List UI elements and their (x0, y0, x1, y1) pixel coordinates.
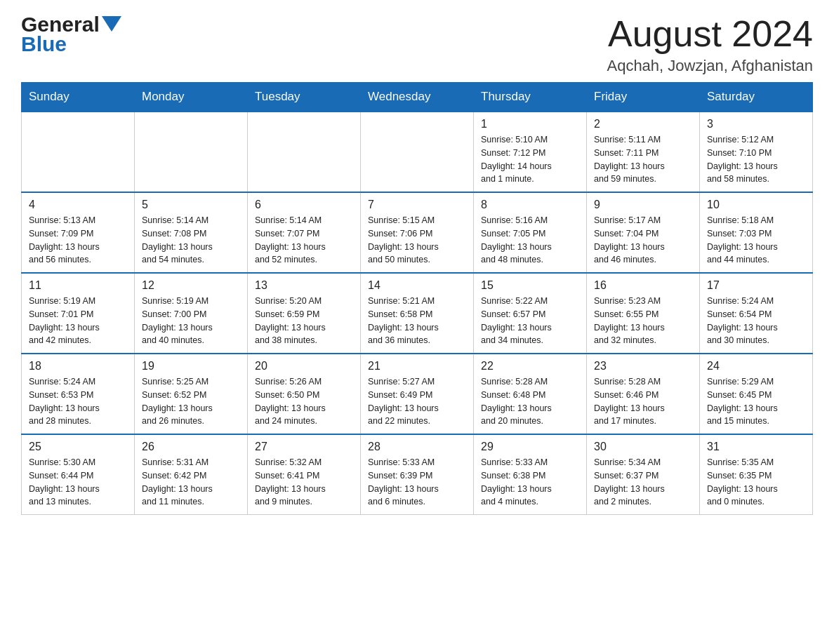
day-info: Sunrise: 5:23 AMSunset: 6:55 PMDaylight:… (594, 295, 692, 347)
header-monday: Monday (135, 83, 248, 112)
calendar-cell: 12Sunrise: 5:19 AMSunset: 7:00 PMDayligh… (135, 273, 248, 354)
calendar-cell: 26Sunrise: 5:31 AMSunset: 6:42 PMDayligh… (135, 434, 248, 515)
calendar-week-1: 1Sunrise: 5:10 AMSunset: 7:12 PMDaylight… (22, 112, 813, 192)
day-number: 29 (481, 441, 579, 453)
calendar-cell (248, 112, 361, 192)
day-number: 25 (29, 441, 127, 453)
day-info: Sunrise: 5:35 AMSunset: 6:35 PMDaylight:… (707, 456, 805, 509)
day-number: 12 (142, 279, 240, 292)
header-wednesday: Wednesday (361, 83, 474, 112)
calendar-cell: 5Sunrise: 5:14 AMSunset: 7:08 PMDaylight… (135, 192, 248, 273)
calendar-cell: 1Sunrise: 5:10 AMSunset: 7:12 PMDaylight… (474, 112, 587, 192)
day-number: 7 (368, 199, 466, 211)
calendar-cell (22, 112, 135, 192)
day-info: Sunrise: 5:25 AMSunset: 6:52 PMDaylight:… (142, 375, 240, 428)
logo: General Blue (21, 14, 121, 55)
calendar-title: August 2024 (607, 14, 813, 54)
day-number: 4 (29, 199, 127, 211)
header-thursday: Thursday (474, 83, 587, 112)
calendar-subtitle: Aqchah, Jowzjan, Afghanistan (607, 57, 813, 75)
day-info: Sunrise: 5:10 AMSunset: 7:12 PMDaylight:… (481, 133, 579, 186)
day-info: Sunrise: 5:12 AMSunset: 7:10 PMDaylight:… (707, 133, 805, 186)
day-info: Sunrise: 5:14 AMSunset: 7:07 PMDaylight:… (255, 214, 353, 267)
day-info: Sunrise: 5:28 AMSunset: 6:46 PMDaylight:… (594, 375, 692, 428)
calendar-cell (361, 112, 474, 192)
day-info: Sunrise: 5:28 AMSunset: 6:48 PMDaylight:… (481, 375, 579, 428)
day-number: 27 (255, 441, 353, 453)
day-number: 22 (481, 360, 579, 373)
calendar-cell: 6Sunrise: 5:14 AMSunset: 7:07 PMDaylight… (248, 192, 361, 273)
day-info: Sunrise: 5:11 AMSunset: 7:11 PMDaylight:… (594, 133, 692, 186)
day-info: Sunrise: 5:20 AMSunset: 6:59 PMDaylight:… (255, 295, 353, 347)
calendar-cell: 10Sunrise: 5:18 AMSunset: 7:03 PMDayligh… (700, 192, 813, 273)
day-number: 30 (594, 441, 692, 453)
day-info: Sunrise: 5:24 AMSunset: 6:53 PMDaylight:… (29, 375, 127, 428)
page-header: General Blue August 2024 Aqchah, Jowzjan… (21, 14, 813, 75)
day-info: Sunrise: 5:19 AMSunset: 7:00 PMDaylight:… (142, 295, 240, 347)
header-tuesday: Tuesday (248, 83, 361, 112)
day-number: 24 (707, 360, 805, 373)
day-number: 6 (255, 199, 353, 211)
calendar-cell: 15Sunrise: 5:22 AMSunset: 6:57 PMDayligh… (474, 273, 587, 354)
day-info: Sunrise: 5:13 AMSunset: 7:09 PMDaylight:… (29, 214, 127, 267)
calendar-week-5: 25Sunrise: 5:30 AMSunset: 6:44 PMDayligh… (22, 434, 813, 515)
day-info: Sunrise: 5:15 AMSunset: 7:06 PMDaylight:… (368, 214, 466, 267)
calendar-header-row: Sunday Monday Tuesday Wednesday Thursday… (22, 83, 813, 112)
calendar-cell: 22Sunrise: 5:28 AMSunset: 6:48 PMDayligh… (474, 354, 587, 434)
calendar-cell: 11Sunrise: 5:19 AMSunset: 7:01 PMDayligh… (22, 273, 135, 354)
calendar-cell: 18Sunrise: 5:24 AMSunset: 6:53 PMDayligh… (22, 354, 135, 434)
day-number: 26 (142, 441, 240, 453)
calendar-cell: 29Sunrise: 5:33 AMSunset: 6:38 PMDayligh… (474, 434, 587, 515)
day-info: Sunrise: 5:17 AMSunset: 7:04 PMDaylight:… (594, 214, 692, 267)
day-number: 16 (594, 279, 692, 292)
calendar-cell: 25Sunrise: 5:30 AMSunset: 6:44 PMDayligh… (22, 434, 135, 515)
day-info: Sunrise: 5:32 AMSunset: 6:41 PMDaylight:… (255, 456, 353, 509)
header-saturday: Saturday (700, 83, 813, 112)
day-number: 3 (707, 118, 805, 130)
calendar-cell: 20Sunrise: 5:26 AMSunset: 6:50 PMDayligh… (248, 354, 361, 434)
calendar-title-block: August 2024 Aqchah, Jowzjan, Afghanistan (607, 14, 813, 75)
day-info: Sunrise: 5:24 AMSunset: 6:54 PMDaylight:… (707, 295, 805, 347)
day-info: Sunrise: 5:33 AMSunset: 6:38 PMDaylight:… (481, 456, 579, 509)
svg-marker-0 (102, 16, 121, 32)
calendar-cell: 16Sunrise: 5:23 AMSunset: 6:55 PMDayligh… (587, 273, 700, 354)
day-number: 11 (29, 279, 127, 292)
day-info: Sunrise: 5:22 AMSunset: 6:57 PMDaylight:… (481, 295, 579, 347)
calendar-cell: 30Sunrise: 5:34 AMSunset: 6:37 PMDayligh… (587, 434, 700, 515)
day-number: 20 (255, 360, 353, 373)
day-number: 14 (368, 279, 466, 292)
day-info: Sunrise: 5:21 AMSunset: 6:58 PMDaylight:… (368, 295, 466, 347)
day-info: Sunrise: 5:29 AMSunset: 6:45 PMDaylight:… (707, 375, 805, 428)
calendar-cell: 3Sunrise: 5:12 AMSunset: 7:10 PMDaylight… (700, 112, 813, 192)
day-info: Sunrise: 5:30 AMSunset: 6:44 PMDaylight:… (29, 456, 127, 509)
day-info: Sunrise: 5:33 AMSunset: 6:39 PMDaylight:… (368, 456, 466, 509)
day-info: Sunrise: 5:19 AMSunset: 7:01 PMDaylight:… (29, 295, 127, 347)
calendar-cell: 13Sunrise: 5:20 AMSunset: 6:59 PMDayligh… (248, 273, 361, 354)
calendar-cell: 7Sunrise: 5:15 AMSunset: 7:06 PMDaylight… (361, 192, 474, 273)
day-info: Sunrise: 5:14 AMSunset: 7:08 PMDaylight:… (142, 214, 240, 267)
calendar-cell: 8Sunrise: 5:16 AMSunset: 7:05 PMDaylight… (474, 192, 587, 273)
day-number: 10 (707, 199, 805, 211)
calendar-table: Sunday Monday Tuesday Wednesday Thursday… (21, 82, 813, 515)
calendar-cell: 27Sunrise: 5:32 AMSunset: 6:41 PMDayligh… (248, 434, 361, 515)
calendar-cell: 17Sunrise: 5:24 AMSunset: 6:54 PMDayligh… (700, 273, 813, 354)
day-info: Sunrise: 5:34 AMSunset: 6:37 PMDaylight:… (594, 456, 692, 509)
day-number: 13 (255, 279, 353, 292)
calendar-cell: 2Sunrise: 5:11 AMSunset: 7:11 PMDaylight… (587, 112, 700, 192)
day-number: 1 (481, 118, 579, 130)
calendar-week-2: 4Sunrise: 5:13 AMSunset: 7:09 PMDaylight… (22, 192, 813, 273)
day-info: Sunrise: 5:18 AMSunset: 7:03 PMDaylight:… (707, 214, 805, 267)
day-info: Sunrise: 5:31 AMSunset: 6:42 PMDaylight:… (142, 456, 240, 509)
day-number: 18 (29, 360, 127, 373)
calendar-week-4: 18Sunrise: 5:24 AMSunset: 6:53 PMDayligh… (22, 354, 813, 434)
calendar-cell: 9Sunrise: 5:17 AMSunset: 7:04 PMDaylight… (587, 192, 700, 273)
day-number: 23 (594, 360, 692, 373)
day-number: 28 (368, 441, 466, 453)
calendar-cell: 21Sunrise: 5:27 AMSunset: 6:49 PMDayligh… (361, 354, 474, 434)
day-number: 8 (481, 199, 579, 211)
day-number: 19 (142, 360, 240, 373)
header-friday: Friday (587, 83, 700, 112)
day-info: Sunrise: 5:26 AMSunset: 6:50 PMDaylight:… (255, 375, 353, 428)
calendar-cell: 19Sunrise: 5:25 AMSunset: 6:52 PMDayligh… (135, 354, 248, 434)
calendar-cell: 23Sunrise: 5:28 AMSunset: 6:46 PMDayligh… (587, 354, 700, 434)
